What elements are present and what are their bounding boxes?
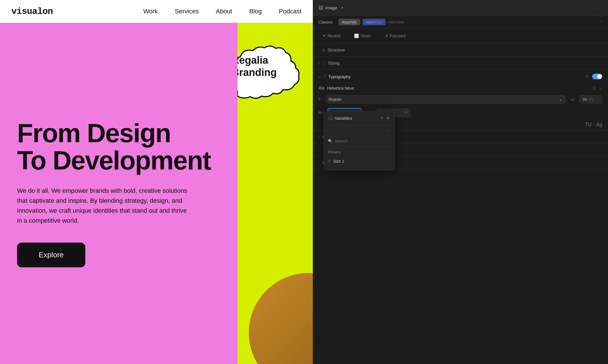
classes-row: Classes dpgq3gly dpamc1or Add class ⌃ [313, 16, 608, 28]
structure-label: Structure [328, 47, 345, 52]
variables-close-button[interactable]: ✕ [386, 115, 390, 121]
hero-left: From Design To Development We do it all.… [0, 23, 237, 364]
font-size-value: 20 [583, 97, 587, 102]
transform-icon[interactable]: TU [585, 122, 592, 128]
image-icon: 🖼 [319, 5, 323, 11]
font-reset-icon[interactable]: ⊙ [593, 86, 596, 90]
nav-work[interactable]: Work [143, 8, 158, 15]
logo: visualon [11, 6, 53, 17]
classes-tags: dpgq3gly dpamc1or Add class [338, 19, 596, 25]
typography-label: Typography [328, 74, 585, 79]
font-style-chevron: ⌄ [559, 97, 562, 102]
focused-state-button[interactable]: ✳ Focused [381, 32, 410, 40]
font-family-name: Helvetica Neue [327, 86, 590, 90]
hover-icon: ⬜ [354, 34, 359, 38]
variables-popup: ⬡ Variables + ✕ ⌄ 🔍 Primary # Size 1 [324, 111, 395, 170]
typography-toggle[interactable] [592, 74, 602, 79]
letter-spacing-unit: % [404, 111, 408, 115]
class-tag-2[interactable]: dpamc1or [363, 19, 386, 25]
structure-chevron-icon: › [319, 48, 320, 52]
hover-state-button[interactable]: ⬜ Hover [350, 32, 375, 40]
toggle-knob [597, 74, 602, 79]
nav-blog[interactable]: Blog [249, 8, 262, 15]
align-icon[interactable]: Ag [596, 122, 602, 128]
classes-chevron-icon: ⌃ [599, 20, 602, 24]
font-expand-icon[interactable]: ⌄ [599, 86, 602, 90]
sizing-section[interactable]: › ⬚ Sizing [313, 57, 608, 70]
variables-hexagon-icon: ⬡ [328, 115, 332, 121]
nav-about[interactable]: About [216, 8, 232, 15]
neutral-label: Neutral [328, 34, 340, 38]
typography-undo-icon[interactable]: ↺ [585, 74, 589, 79]
website-preview: visualon Work Services About Blog Podcas… [0, 0, 313, 364]
sizing-chevron-icon: › [319, 61, 320, 65]
explore-button[interactable]: Explore [17, 243, 85, 267]
font-size-icon: aa [570, 97, 574, 102]
nav-services[interactable]: Services [175, 8, 199, 15]
variables-content: Primary # Size 1 [324, 146, 394, 170]
interactions-chevron-icon: › [319, 161, 320, 165]
focused-icon: ✳ [385, 34, 388, 38]
font-size-unit: PX [588, 98, 593, 102]
font-style-size-row: T Regular ⌄ aa 20 PX [313, 93, 608, 106]
line-height-label-icon: A↕ [319, 110, 323, 115]
state-buttons: ✦ Neutral ⬜ Hover ✳ Focused [313, 28, 608, 44]
variables-search-row: 🔍 [324, 136, 394, 146]
variables-add-button[interactable]: + [380, 115, 383, 121]
panel-header: 🖼 Image ▾ ··· [313, 0, 608, 16]
hero-right: Regalia Branding [237, 23, 313, 364]
variable-size1-label: Size 1 [333, 159, 344, 164]
class-tag-1[interactable]: dpgq3gly [338, 19, 360, 25]
font-style-value: Regular [329, 97, 342, 102]
panel-more-button[interactable]: ··· [596, 5, 602, 11]
variables-group-label: Primary [328, 150, 390, 154]
text-style-icon: T [319, 97, 321, 102]
font-family-row: Aa Helvetica Neue ⊙ ⌄ [313, 83, 608, 93]
position-chevron-icon: › [319, 135, 320, 139]
typography-header[interactable]: ⌄ T Typography ↺ [313, 70, 608, 83]
dropdown-arrow: ▾ [341, 6, 343, 10]
variable-hash-icon: # [328, 159, 330, 164]
nav-bar: visualon Work Services About Blog Podcas… [0, 0, 313, 23]
add-class-input[interactable]: Add class [388, 20, 404, 24]
right-panel: 🖼 Image ▾ ··· Classes dpgq3gly dpamc1or … [313, 0, 608, 364]
neutral-state-button[interactable]: ✦ Neutral [319, 32, 344, 40]
variables-title: Variables [335, 116, 380, 121]
panel-header-title: Image [325, 5, 337, 10]
variables-search-icon: 🔍 [328, 139, 333, 143]
font-aa-icon: Aa [319, 86, 324, 91]
focused-label: Focused [390, 34, 406, 38]
typography-icon: T [324, 74, 326, 79]
variables-search-input[interactable] [335, 139, 390, 143]
variables-dropdown[interactable]: ⌄ [324, 125, 394, 136]
hero-title: From Design To Development [17, 119, 220, 174]
nav-podcast[interactable]: Podcast [279, 8, 302, 15]
hero-subtitle: We do it all. We empower brands with bol… [17, 186, 188, 226]
variables-popup-header: ⬡ Variables + ✕ [324, 111, 394, 125]
font-style-select[interactable]: Regular ⌄ [326, 95, 565, 104]
cloud-text: Regalia Branding [237, 54, 277, 78]
sizing-label: Sizing [328, 61, 340, 65]
structure-section[interactable]: › ⊟ Structure [313, 44, 608, 57]
sizing-icon: ⬚ [322, 61, 326, 65]
circle-decoration [249, 273, 313, 364]
classes-label: Classes [319, 20, 333, 24]
hero-section: From Design To Development We do it all.… [0, 23, 313, 364]
typography-controls: ↺ [585, 74, 602, 79]
hover-label: Hover [361, 34, 371, 38]
nav-links: Work Services About Blog Podcast [143, 8, 301, 15]
neutral-icon: ✦ [322, 34, 326, 38]
font-size-input[interactable]: 20 PX [580, 95, 602, 104]
variables-dropdown-chevron: ⌄ [387, 128, 390, 133]
variable-item-size1[interactable]: # Size 1 [328, 157, 390, 166]
structure-icon: ⊟ [322, 48, 325, 52]
typography-chevron-icon: ⌄ [319, 75, 321, 78]
effects-chevron-icon: › [319, 148, 320, 152]
